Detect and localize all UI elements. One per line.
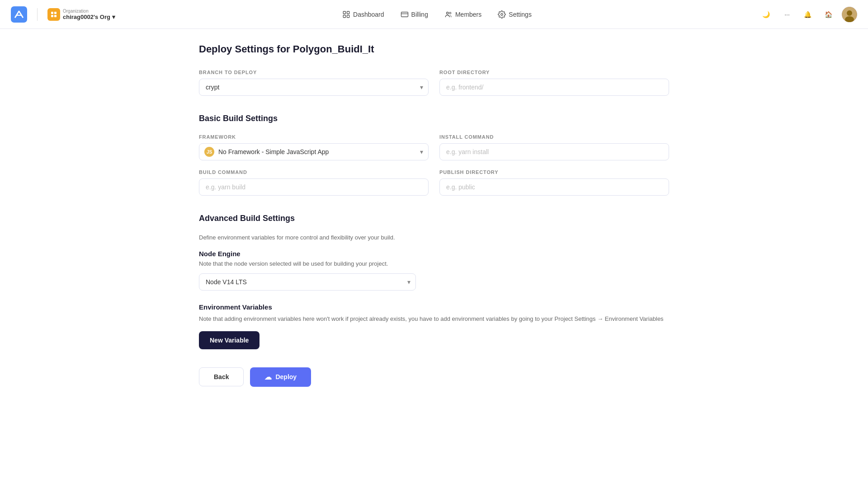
home-button[interactable]: 🏠: [821, 7, 836, 22]
deploy-label: Deploy: [275, 373, 297, 380]
svg-rect-1: [51, 12, 53, 14]
main-content: Deploy Settings for Polygon_BuidI_It BRA…: [181, 29, 687, 423]
root-dir-input[interactable]: [439, 79, 669, 96]
advanced-build-section: Advanced Build Settings Define environme…: [199, 214, 669, 349]
main-nav: Dashboard Billing Members Settings: [335, 7, 539, 22]
framework-select[interactable]: No Framework - Simple JavaScript App Rea…: [199, 143, 429, 160]
navbar: Organization chirag0002's Org ▾ Dashboar…: [0, 0, 868, 29]
build-publish-row: BUILD COMMAND PUBLISH DIRECTORY: [199, 169, 669, 196]
org-selector[interactable]: Organization chirag0002's Org ▾: [47, 8, 115, 21]
root-dir-label: ROOT DIRECTORY: [439, 70, 669, 75]
build-command-input[interactable]: [199, 178, 429, 196]
node-version-select[interactable]: Node V14 LTS Node V16 LTS Node V18 LTS N…: [199, 273, 416, 291]
svg-rect-6: [347, 11, 349, 14]
svg-point-12: [449, 12, 451, 14]
avatar[interactable]: [842, 7, 857, 22]
nav-settings[interactable]: Settings: [491, 7, 539, 22]
svg-rect-5: [343, 11, 345, 14]
navbar-actions: 🌙 ··· 🔔 🏠: [759, 7, 857, 22]
back-button[interactable]: Back: [199, 367, 244, 386]
build-label: BUILD COMMAND: [199, 169, 429, 175]
advanced-build-desc: Define environment variables for more co…: [199, 234, 669, 241]
root-dir-group: ROOT DIRECTORY: [439, 70, 669, 96]
install-command-group: INSTALL COMMAND: [439, 134, 669, 160]
install-command-input[interactable]: [439, 143, 669, 160]
framework-install-row: FRAMEWORK JS No Framework - Simple JavaS…: [199, 134, 669, 160]
new-variable-button[interactable]: New Variable: [199, 331, 259, 349]
nav-billing[interactable]: Billing: [393, 7, 435, 22]
svg-point-15: [847, 10, 852, 16]
org-icon: [47, 8, 60, 21]
svg-rect-8: [347, 15, 349, 17]
more-options-button[interactable]: ···: [779, 7, 795, 22]
branch-to-deploy-group: BRANCH TO DEPLOY crypt main develop ▾: [199, 70, 429, 96]
svg-rect-4: [54, 15, 57, 17]
nav-members[interactable]: Members: [437, 7, 489, 22]
env-variables-section: Environment Variables Note that adding e…: [199, 303, 669, 349]
footer-actions: Back ☁ Deploy: [199, 367, 669, 387]
basic-build-section: Basic Build Settings FRAMEWORK JS No Fra…: [199, 114, 669, 196]
publish-label: PUBLISH DIRECTORY: [439, 169, 669, 175]
svg-rect-0: [11, 6, 27, 23]
framework-select-wrapper: JS No Framework - Simple JavaScript App …: [199, 143, 429, 160]
deploy-settings-section: BRANCH TO DEPLOY crypt main develop ▾ RO…: [199, 70, 669, 96]
framework-label: FRAMEWORK: [199, 134, 429, 140]
org-text: Organization chirag0002's Org ▾: [63, 9, 115, 20]
svg-rect-7: [343, 15, 345, 17]
org-name: chirag0002's Org ▾: [63, 14, 115, 20]
node-engine-title: Node Engine: [199, 250, 669, 258]
branch-select-wrapper: crypt main develop ▾: [199, 79, 429, 96]
branch-select[interactable]: crypt main develop: [199, 79, 429, 96]
build-command-group: BUILD COMMAND: [199, 169, 429, 196]
env-title: Environment Variables: [199, 303, 669, 311]
env-desc: Note that adding environment variables h…: [199, 314, 669, 324]
advanced-build-title: Advanced Build Settings: [199, 214, 669, 223]
node-engine-group: Node Engine Note that the node version s…: [199, 250, 669, 291]
deploy-settings-row: BRANCH TO DEPLOY crypt main develop ▾ RO…: [199, 70, 669, 96]
svg-rect-9: [401, 12, 408, 17]
brand-logo[interactable]: [11, 6, 27, 23]
basic-build-title: Basic Build Settings: [199, 114, 669, 123]
page-title: Deploy Settings for Polygon_BuidI_It: [199, 43, 669, 55]
deploy-button[interactable]: ☁ Deploy: [250, 367, 311, 387]
svg-point-13: [501, 13, 503, 15]
org-label: Organization: [63, 9, 115, 14]
notifications-button[interactable]: 🔔: [800, 7, 816, 22]
install-label: INSTALL COMMAND: [439, 134, 669, 140]
nav-dashboard[interactable]: Dashboard: [335, 7, 392, 22]
publish-dir-input[interactable]: [439, 178, 669, 196]
node-select-wrapper: Node V14 LTS Node V16 LTS Node V18 LTS N…: [199, 273, 416, 291]
branch-label: BRANCH TO DEPLOY: [199, 70, 429, 75]
js-icon: JS: [204, 147, 214, 157]
brand-divider: [37, 8, 38, 21]
svg-rect-3: [51, 15, 53, 17]
node-engine-desc: Note that the node version selected will…: [199, 260, 669, 267]
deploy-icon: ☁: [264, 373, 272, 381]
svg-rect-2: [54, 12, 57, 14]
svg-point-11: [446, 12, 448, 14]
publish-dir-group: PUBLISH DIRECTORY: [439, 169, 669, 196]
framework-group: FRAMEWORK JS No Framework - Simple JavaS…: [199, 134, 429, 160]
brand: Organization chirag0002's Org ▾: [11, 6, 115, 23]
dark-mode-toggle[interactable]: 🌙: [759, 7, 774, 22]
